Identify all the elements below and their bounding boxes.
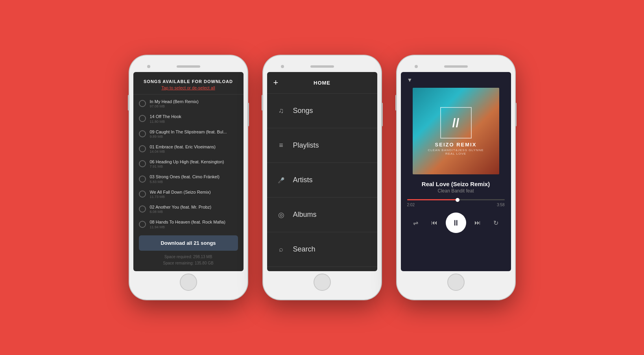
phone-2-speaker: [310, 65, 334, 68]
next-button[interactable]: ⏭: [471, 216, 485, 230]
song-info: 09 Caught In The Slipstream (feat. Bul..…: [150, 129, 238, 139]
progress-area: 2:02 3:58: [401, 199, 511, 207]
song-title: We All Fall Down (Seizo Remix): [150, 189, 238, 195]
song-info: 03 Strong Ones (feat. Cimo Fränkel) 5.83…: [150, 174, 238, 183]
phone-2-top: [267, 61, 377, 72]
song-size: 97.08 MB: [150, 104, 238, 108]
phone-3: ▼ // SEIZO REMIX CLEAN BANDIT&JESS GLYNN…: [397, 55, 515, 300]
download-header: SONGS AVAILABLE FOR DOWNLOAD Tap to sele…: [133, 72, 244, 94]
song-title: 03 Strong Ones (feat. Cimo Fränkel): [150, 174, 238, 179]
song-info: 06 Heading Up High (feat. Kensington) 7.…: [150, 159, 238, 168]
home-title: HOME: [314, 80, 330, 86]
sidebar-item-artists[interactable]: 🎤 Artists: [267, 163, 377, 198]
list-item[interactable]: 06 Heading Up High (feat. Kensington) 7.…: [133, 156, 244, 171]
download-header-title: SONGS AVAILABLE FOR DOWNLOAD: [140, 79, 237, 84]
song-radio[interactable]: [139, 100, 146, 107]
song-radio[interactable]: [139, 145, 146, 152]
song-size: 7.91 MB: [150, 165, 238, 168]
song-radio[interactable]: [139, 205, 146, 213]
song-radio[interactable]: [139, 190, 146, 198]
add-button[interactable]: +: [273, 78, 279, 88]
sidebar-item-songs[interactable]: ♫ Songs: [267, 94, 377, 128]
pause-icon: ⏸: [452, 218, 460, 227]
song-radio[interactable]: [139, 130, 146, 137]
song-size: 11.80 MB: [150, 120, 238, 124]
album-logo-text: //: [452, 116, 459, 129]
menu-label-playlists: Playlists: [293, 141, 319, 150]
shuffle-icon: ⇌: [413, 219, 418, 227]
phone-3-speaker: [444, 65, 468, 68]
list-item[interactable]: We All Fall Down (Seizo Remix) 11.73 MB: [133, 187, 244, 202]
progress-fill: [407, 199, 458, 200]
song-title: 02 Another You (feat. Mr. Probz): [150, 204, 238, 210]
sidebar-item-playlists[interactable]: ≡ Playlists: [267, 128, 377, 163]
progress-thumb: [456, 198, 459, 202]
pause-button[interactable]: ⏸: [446, 213, 466, 233]
phone-3-screen: ▼ // SEIZO REMIX CLEAN BANDIT&JESS GLYNN…: [401, 72, 511, 271]
album-brand: SEIZO REMIX: [435, 142, 477, 148]
song-radio[interactable]: [139, 176, 146, 183]
deselect-link[interactable]: de-select all: [192, 85, 215, 90]
sidebar-item-settings[interactable]: ⚙ Settings: [267, 267, 377, 271]
album-art-overlay: // SEIZO REMIX CLEAN BANDIT&JESS GLYNNE …: [413, 88, 499, 174]
phone-2-home-button[interactable]: [314, 274, 331, 291]
phone-3-camera: [415, 65, 418, 68]
phone-3-bottom: [401, 271, 511, 293]
song-title: 06 Heading Up High (feat. Kensington): [150, 159, 238, 165]
phone-1-home-button[interactable]: [180, 274, 197, 291]
song-radio[interactable]: [139, 160, 146, 167]
song-info: We All Fall Down (Seizo Remix) 11.73 MB: [150, 189, 238, 199]
song-title: 09 Caught In The Slipstream (feat. Bul..…: [150, 129, 238, 135]
song-info: 14 Off The Hook 11.80 MB: [150, 114, 238, 123]
list-item[interactable]: 14 Off The Hook 11.80 MB: [133, 111, 244, 126]
song-info: 08 Hands To Heaven (feat. Rock Mafia) 11…: [150, 219, 238, 229]
song-title: 14 Off The Hook: [150, 114, 238, 119]
progress-bar[interactable]: [407, 199, 505, 200]
phone-2: + HOME ♫ Songs ≡ Playlists 🎤 Artists: [263, 55, 381, 300]
menu-items: ♫ Songs ≡ Playlists 🎤 Artists ◎ Albums: [267, 94, 377, 271]
player-screen: ▼ // SEIZO REMIX CLEAN BANDIT&JESS GLYNN…: [401, 72, 511, 271]
home-screen: + HOME ♫ Songs ≡ Playlists 🎤 Artists: [267, 72, 377, 271]
download-footer: Download all 21 songs Space required: 29…: [133, 231, 244, 271]
prev-icon: ⏮: [431, 219, 437, 226]
phone-1-top: [133, 61, 244, 72]
song-size: 14.04 MB: [150, 150, 238, 153]
progress-current: 2:02: [407, 203, 415, 207]
song-size: 11.73 MB: [150, 195, 238, 199]
phone-1: SONGS AVAILABLE FOR DOWNLOAD Tap to sele…: [129, 55, 247, 300]
album-art-wrapper: // SEIZO REMIX CLEAN BANDIT&JESS GLYNNE …: [413, 88, 499, 174]
song-radio[interactable]: [139, 115, 146, 122]
list-item[interactable]: In My Head (Bern Remix) 97.08 MB: [133, 96, 244, 111]
dropdown-icon[interactable]: ▼: [407, 77, 413, 83]
home-header: + HOME: [267, 72, 377, 94]
album-song-small: REAL LOVE: [445, 152, 466, 155]
player-song-title: Real Love (Seizo Remix): [422, 181, 490, 187]
player-header: ▼: [401, 72, 511, 86]
list-item[interactable]: 03 Strong Ones (feat. Cimo Fränkel) 5.83…: [133, 171, 244, 186]
progress-total: 3:58: [497, 203, 504, 207]
tap-to-select-text: Tap to select or: [161, 85, 192, 90]
song-title: In My Head (Bern Remix): [150, 99, 238, 104]
sidebar-item-search[interactable]: ⌕ Search: [267, 232, 377, 267]
song-info: 02 Another You (feat. Mr. Probz) 6.08 MB: [150, 204, 238, 214]
song-size: 6.08 MB: [150, 210, 238, 214]
menu-label-songs: Songs: [293, 107, 313, 115]
download-all-button[interactable]: Download all 21 songs: [139, 235, 238, 251]
list-item[interactable]: 01 Embrace (feat. Eric Vloeimans) 14.04 …: [133, 141, 244, 156]
list-item[interactable]: 08 Hands To Heaven (feat. Rock Mafia) 11…: [133, 216, 244, 231]
phone-1-bottom: [133, 271, 244, 293]
previous-button[interactable]: ⏮: [427, 216, 441, 230]
phone-3-home-button[interactable]: [447, 274, 465, 291]
progress-times: 2:02 3:58: [407, 203, 505, 207]
sidebar-item-albums[interactable]: ◎ Albums: [267, 198, 377, 232]
repeat-button[interactable]: ↻: [489, 216, 503, 230]
shuffle-button[interactable]: ⇌: [409, 216, 423, 230]
phone-1-speaker: [177, 65, 200, 68]
song-size: 5.83 MB: [150, 180, 238, 184]
song-title: 01 Embrace (feat. Eric Vloeimans): [150, 144, 238, 150]
song-radio[interactable]: [139, 221, 146, 228]
song-info: 01 Embrace (feat. Eric Vloeimans) 14.04 …: [150, 144, 238, 153]
list-item[interactable]: 02 Another You (feat. Mr. Probz) 6.08 MB: [133, 202, 244, 216]
list-item[interactable]: 09 Caught In The Slipstream (feat. Bul..…: [133, 126, 244, 141]
song-list: In My Head (Bern Remix) 97.08 MB 14 Off …: [133, 94, 244, 231]
